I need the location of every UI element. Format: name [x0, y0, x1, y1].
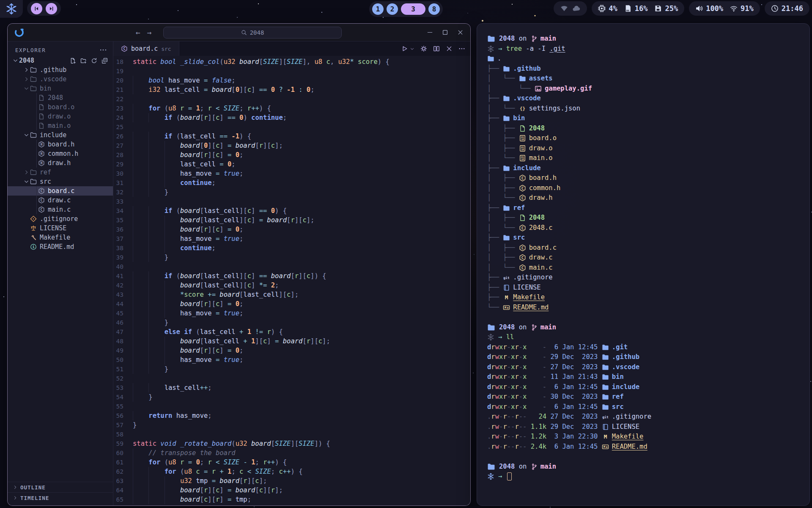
code-line-46: 46} [113, 318, 470, 327]
close-button[interactable] [457, 29, 464, 36]
code-line-25: 25 [113, 122, 470, 132]
indent [133, 364, 165, 374]
line-number: 51 [113, 364, 133, 374]
new-folder-icon[interactable] [80, 58, 87, 64]
folder-icon [602, 364, 609, 371]
explorer-item-.gitignore[interactable]: .gitignore [8, 214, 113, 224]
explorer-item-draw.h[interactable]: Hdraw.h [8, 158, 113, 168]
explorer-item-main.o[interactable]: main.o [8, 121, 113, 130]
chevron-down-icon [12, 58, 19, 64]
code-line-23: 23for (u8 r = 1; r < SIZE; r++) { [113, 104, 470, 113]
folder-o-icon [30, 66, 37, 73]
split-editor-icon[interactable] [433, 45, 440, 52]
explorer-item-board.h[interactable]: Hboard.h [8, 140, 113, 149]
explorer-item-ref[interactable]: ref [8, 168, 113, 177]
explorer-item-.vscode[interactable]: .vscode [8, 75, 113, 84]
panel-label: TIMELINE [20, 495, 49, 501]
history-back-button[interactable]: ← [136, 28, 140, 37]
ll-entry-.git: drwxr-xr-x - 6 Jan 12:45 .git [487, 342, 809, 353]
tree-entry-draw.c: │ ├── Cdraw.c [487, 253, 809, 263]
workspace-8[interactable]: 8 [428, 3, 440, 15]
file-icon [519, 214, 526, 221]
item-label: main.c [48, 206, 71, 213]
code-editor[interactable]: 18static bool _slide_col(u32 board[SIZE]… [113, 56, 470, 505]
explorer-more-icon[interactable] [99, 46, 107, 54]
svg-text:C: C [521, 186, 523, 190]
run-dropdown-chevron-icon[interactable] [410, 47, 414, 51]
hexc-icon: C [38, 197, 45, 204]
code-line-59: 59static void _rotate_board(u32 board[SI… [113, 439, 470, 448]
tree-entry-settings.json: │ └── {}settings.json [487, 104, 809, 114]
code-line-26: 26if (last_cell == -1) { [113, 132, 470, 141]
line-number: 22 [113, 94, 133, 104]
minimize-button[interactable] [427, 29, 433, 36]
close-editor-icon[interactable] [446, 45, 453, 52]
ll-entry-.gitignore: .rw-r--r-- 24 27 Dec 2023 git.gitignore [487, 412, 809, 422]
prompt-folder-icon [487, 323, 495, 331]
chevron-right-icon [23, 169, 30, 175]
vscodium-logo-icon [14, 28, 24, 37]
sidebar-panel-timeline[interactable]: TIMELINE [8, 492, 113, 503]
terminal-command-3: → [487, 472, 809, 482]
explorer-item-src[interactable]: src [8, 177, 113, 186]
tab-board-c[interactable]: C board.c src [113, 41, 179, 56]
weather-widget[interactable] [554, 1, 587, 16]
explorer-item-common.h[interactable]: Hcommon.h [8, 149, 113, 158]
item-label: board.h [48, 141, 74, 148]
explorer-item-bin[interactable]: bin [8, 84, 113, 93]
tab-label: board.c [131, 45, 158, 52]
explorer-item-board.o[interactable]: board.o [8, 102, 113, 112]
explorer-item-main.c[interactable]: Cmain.c [8, 205, 113, 214]
command-center-search[interactable]: 2048 [163, 27, 342, 39]
tree-entry-common.h: │ ├── Ccommon.h [487, 183, 809, 193]
workspace-3-active[interactable]: 3 [401, 3, 425, 15]
svg-text:M: M [604, 434, 607, 440]
terminal-prompt-1: 2048 on main [487, 34, 809, 44]
line-number: 58 [113, 430, 133, 439]
explorer-item-2048[interactable]: 2048 [8, 93, 113, 102]
skip-next-icon [49, 6, 54, 11]
folder-icon [602, 373, 609, 381]
explorer-sidebar: EXPLORER 2048.github.vscodebin2048board.… [8, 41, 113, 505]
binary-icon: 0110 [519, 145, 526, 152]
code-line-27: 27board[0][c] = board[r][c]; [113, 141, 470, 150]
media-next-button[interactable] [46, 3, 57, 14]
explorer-item-LICENSE[interactable]: LICENSE [8, 224, 113, 233]
hexc-icon: C [519, 224, 526, 232]
explorer-title: EXPLORER [15, 47, 46, 53]
sidebar-panel-outline[interactable]: OUTLINE [8, 482, 113, 492]
media-previous-button[interactable] [31, 3, 42, 14]
refresh-explorer-icon[interactable] [91, 58, 97, 64]
explorer-item-Makefile[interactable]: Makefile [8, 233, 113, 242]
disk-usage: 25% [665, 4, 678, 13]
workspace-2[interactable]: 2 [387, 3, 398, 15]
volume-icon[interactable] [695, 5, 703, 12]
more-actions-icon[interactable] [458, 45, 465, 52]
terminal-cursor[interactable] [507, 472, 512, 480]
clock-widget[interactable]: 21:46 [765, 1, 809, 16]
run-code-button[interactable] [401, 45, 408, 52]
line-number: 27 [113, 141, 133, 150]
explorer-item-draw.c[interactable]: Cdraw.c [8, 196, 113, 205]
maximize-button[interactable] [442, 29, 448, 36]
explorer-root-2048[interactable]: 2048 [8, 56, 113, 65]
history-forward-button[interactable]: → [147, 28, 152, 37]
explorer-item-README.md[interactable]: iREADME.md [8, 242, 113, 251]
wifi-icon[interactable] [730, 5, 738, 12]
line-number: 61 [113, 458, 133, 467]
workspace-1[interactable]: 1 [372, 3, 384, 15]
disk-icon [654, 5, 662, 12]
explorer-item-board.c[interactable]: Cboard.c [8, 186, 113, 196]
line-number: 38 [113, 243, 133, 253]
terminal-window[interactable]: 2048 on main→ tree -a -I .git.├── .githu… [477, 23, 810, 506]
vscode-titlebar[interactable]: ← → 2048 [8, 24, 470, 41]
explorer-item-draw.o[interactable]: draw.o [8, 112, 113, 121]
line-number: 25 [113, 122, 133, 132]
explorer-item-include[interactable]: include [8, 130, 113, 140]
indent-guide [36, 140, 37, 149]
collapse-folders-icon[interactable] [102, 58, 108, 64]
new-file-icon[interactable] [70, 58, 76, 64]
explorer-item-.github[interactable]: .github [8, 65, 113, 75]
nixos-launcher-button[interactable] [0, 0, 23, 18]
settings-gear-icon[interactable] [420, 45, 427, 52]
